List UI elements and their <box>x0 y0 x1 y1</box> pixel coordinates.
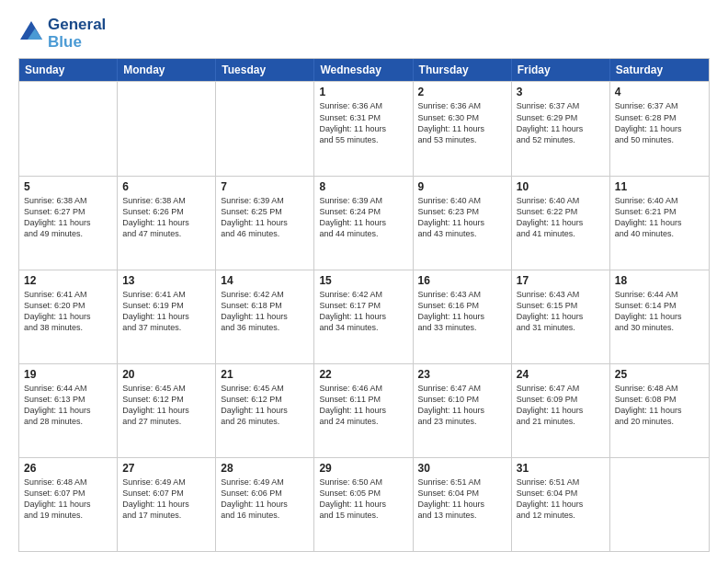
day-number: 18 <box>615 274 704 287</box>
cal-cell-25: 25Sunrise: 6:48 AM Sunset: 6:08 PM Dayli… <box>610 364 709 457</box>
calendar-row-4: 19Sunrise: 6:44 AM Sunset: 6:13 PM Dayli… <box>19 363 709 457</box>
day-number: 4 <box>615 86 704 98</box>
cal-cell-6: 6Sunrise: 6:38 AM Sunset: 6:26 PM Daylig… <box>118 177 216 270</box>
day-number: 24 <box>517 368 605 381</box>
cell-text: Sunrise: 6:47 AM Sunset: 6:09 PM Dayligh… <box>517 383 605 428</box>
weekday-header-tuesday: Tuesday <box>216 59 314 81</box>
cal-cell-1: 1Sunrise: 6:36 AM Sunset: 6:31 PM Daylig… <box>314 82 413 175</box>
logo-icon <box>18 19 44 45</box>
cal-cell-19: 19Sunrise: 6:44 AM Sunset: 6:13 PM Dayli… <box>19 364 118 457</box>
cell-text: Sunrise: 6:46 AM Sunset: 6:11 PM Dayligh… <box>319 383 407 428</box>
cal-cell-15: 15Sunrise: 6:42 AM Sunset: 6:17 PM Dayli… <box>314 270 413 363</box>
weekday-header-saturday: Saturday <box>610 59 709 81</box>
day-number: 20 <box>122 368 210 381</box>
calendar-body: 1Sunrise: 6:36 AM Sunset: 6:31 PM Daylig… <box>19 81 709 551</box>
day-number: 31 <box>517 462 605 475</box>
day-number: 9 <box>418 180 506 193</box>
day-number: 23 <box>418 368 506 381</box>
cell-text: Sunrise: 6:41 AM Sunset: 6:19 PM Dayligh… <box>122 289 210 334</box>
cell-text: Sunrise: 6:38 AM Sunset: 6:27 PM Dayligh… <box>24 195 112 240</box>
day-number: 30 <box>418 462 506 475</box>
cal-cell-18: 18Sunrise: 6:44 AM Sunset: 6:14 PM Dayli… <box>610 270 709 363</box>
day-number: 25 <box>615 368 704 381</box>
cell-text: Sunrise: 6:44 AM Sunset: 6:13 PM Dayligh… <box>24 383 112 428</box>
cell-text: Sunrise: 6:44 AM Sunset: 6:14 PM Dayligh… <box>615 289 704 334</box>
weekday-header-wednesday: Wednesday <box>314 59 413 81</box>
cell-text: Sunrise: 6:43 AM Sunset: 6:16 PM Dayligh… <box>418 289 506 334</box>
day-number: 12 <box>24 274 112 287</box>
cal-cell-empty-4-6 <box>610 458 709 551</box>
day-number: 14 <box>221 274 309 287</box>
cal-cell-21: 21Sunrise: 6:45 AM Sunset: 6:12 PM Dayli… <box>216 364 314 457</box>
cell-text: Sunrise: 6:42 AM Sunset: 6:17 PM Dayligh… <box>319 289 407 334</box>
cal-cell-empty-0-0 <box>19 82 118 175</box>
cal-cell-16: 16Sunrise: 6:43 AM Sunset: 6:16 PM Dayli… <box>414 270 512 363</box>
weekday-header-monday: Monday <box>118 59 216 81</box>
day-number: 19 <box>24 368 112 381</box>
cell-text: Sunrise: 6:43 AM Sunset: 6:15 PM Dayligh… <box>517 289 605 334</box>
cell-text: Sunrise: 6:37 AM Sunset: 6:28 PM Dayligh… <box>615 100 704 145</box>
cell-text: Sunrise: 6:48 AM Sunset: 6:08 PM Dayligh… <box>615 383 704 428</box>
day-number: 6 <box>122 180 210 193</box>
logo: General Blue <box>18 17 106 51</box>
cell-text: Sunrise: 6:51 AM Sunset: 6:04 PM Dayligh… <box>517 477 605 522</box>
cal-cell-14: 14Sunrise: 6:42 AM Sunset: 6:18 PM Dayli… <box>216 270 314 363</box>
cell-text: Sunrise: 6:37 AM Sunset: 6:29 PM Dayligh… <box>517 100 605 145</box>
day-number: 8 <box>319 180 407 193</box>
day-number: 16 <box>418 274 506 287</box>
day-number: 10 <box>517 180 605 193</box>
cell-text: Sunrise: 6:40 AM Sunset: 6:23 PM Dayligh… <box>418 195 506 240</box>
calendar-row-5: 26Sunrise: 6:48 AM Sunset: 6:07 PM Dayli… <box>19 457 709 551</box>
cal-cell-30: 30Sunrise: 6:51 AM Sunset: 6:04 PM Dayli… <box>414 458 512 551</box>
cal-cell-3: 3Sunrise: 6:37 AM Sunset: 6:29 PM Daylig… <box>512 82 610 175</box>
calendar-row-2: 5Sunrise: 6:38 AM Sunset: 6:27 PM Daylig… <box>19 176 709 270</box>
cell-text: Sunrise: 6:45 AM Sunset: 6:12 PM Dayligh… <box>122 383 210 428</box>
day-number: 11 <box>615 180 704 193</box>
day-number: 28 <box>221 462 309 475</box>
cal-cell-28: 28Sunrise: 6:49 AM Sunset: 6:06 PM Dayli… <box>216 458 314 551</box>
day-number: 5 <box>24 180 112 193</box>
cal-cell-9: 9Sunrise: 6:40 AM Sunset: 6:23 PM Daylig… <box>414 177 512 270</box>
logo-text: General Blue <box>48 17 106 51</box>
cell-text: Sunrise: 6:40 AM Sunset: 6:21 PM Dayligh… <box>615 195 704 240</box>
cal-cell-24: 24Sunrise: 6:47 AM Sunset: 6:09 PM Dayli… <box>512 364 610 457</box>
calendar-row-3: 12Sunrise: 6:41 AM Sunset: 6:20 PM Dayli… <box>19 270 709 363</box>
cell-text: Sunrise: 6:51 AM Sunset: 6:04 PM Dayligh… <box>418 477 506 522</box>
cal-cell-13: 13Sunrise: 6:41 AM Sunset: 6:19 PM Dayli… <box>118 270 216 363</box>
cell-text: Sunrise: 6:36 AM Sunset: 6:31 PM Dayligh… <box>319 100 407 145</box>
cal-cell-7: 7Sunrise: 6:39 AM Sunset: 6:25 PM Daylig… <box>216 177 314 270</box>
day-number: 13 <box>122 274 210 287</box>
cell-text: Sunrise: 6:41 AM Sunset: 6:20 PM Dayligh… <box>24 289 112 334</box>
cal-cell-12: 12Sunrise: 6:41 AM Sunset: 6:20 PM Dayli… <box>19 270 118 363</box>
day-number: 1 <box>319 86 407 98</box>
cell-text: Sunrise: 6:49 AM Sunset: 6:06 PM Dayligh… <box>221 477 309 522</box>
cal-cell-8: 8Sunrise: 6:39 AM Sunset: 6:24 PM Daylig… <box>314 177 413 270</box>
cal-cell-23: 23Sunrise: 6:47 AM Sunset: 6:10 PM Dayli… <box>414 364 512 457</box>
cell-text: Sunrise: 6:39 AM Sunset: 6:25 PM Dayligh… <box>221 195 309 240</box>
day-number: 27 <box>122 462 210 475</box>
cell-text: Sunrise: 6:36 AM Sunset: 6:30 PM Dayligh… <box>418 100 506 145</box>
weekday-header-friday: Friday <box>512 59 610 81</box>
weekday-header-thursday: Thursday <box>414 59 512 81</box>
cal-cell-4: 4Sunrise: 6:37 AM Sunset: 6:28 PM Daylig… <box>610 82 709 175</box>
cal-cell-20: 20Sunrise: 6:45 AM Sunset: 6:12 PM Dayli… <box>118 364 216 457</box>
day-number: 2 <box>418 86 506 98</box>
cal-cell-10: 10Sunrise: 6:40 AM Sunset: 6:22 PM Dayli… <box>512 177 610 270</box>
cell-text: Sunrise: 6:39 AM Sunset: 6:24 PM Dayligh… <box>319 195 407 240</box>
weekday-header-sunday: Sunday <box>19 59 118 81</box>
cell-text: Sunrise: 6:49 AM Sunset: 6:07 PM Dayligh… <box>122 477 210 522</box>
day-number: 17 <box>517 274 605 287</box>
cal-cell-22: 22Sunrise: 6:46 AM Sunset: 6:11 PM Dayli… <box>314 364 413 457</box>
cal-cell-31: 31Sunrise: 6:51 AM Sunset: 6:04 PM Dayli… <box>512 458 610 551</box>
cell-text: Sunrise: 6:40 AM Sunset: 6:22 PM Dayligh… <box>517 195 605 240</box>
cal-cell-5: 5Sunrise: 6:38 AM Sunset: 6:27 PM Daylig… <box>19 177 118 270</box>
cal-cell-26: 26Sunrise: 6:48 AM Sunset: 6:07 PM Dayli… <box>19 458 118 551</box>
header: General Blue <box>18 17 710 51</box>
calendar-row-1: 1Sunrise: 6:36 AM Sunset: 6:31 PM Daylig… <box>19 81 709 175</box>
calendar-header: SundayMondayTuesdayWednesdayThursdayFrid… <box>19 59 709 81</box>
cell-text: Sunrise: 6:47 AM Sunset: 6:10 PM Dayligh… <box>418 383 506 428</box>
day-number: 21 <box>221 368 309 381</box>
day-number: 3 <box>517 86 605 98</box>
cal-cell-27: 27Sunrise: 6:49 AM Sunset: 6:07 PM Dayli… <box>118 458 216 551</box>
day-number: 15 <box>319 274 407 287</box>
